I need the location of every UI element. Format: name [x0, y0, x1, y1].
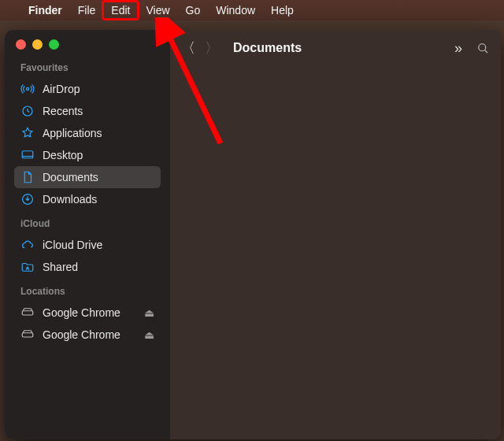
svg-point-7 — [479, 44, 486, 51]
section-favourites-label: Favourites — [20, 62, 162, 73]
disk-icon — [20, 328, 35, 342]
menubar-app-name[interactable]: Finder — [20, 2, 70, 19]
desktop-icon — [20, 148, 35, 162]
sidebar-item-label: Documents — [43, 171, 154, 183]
sidebar-item-label: iCloud Drive — [43, 239, 154, 251]
sidebar-item-recents[interactable]: Recents — [14, 100, 161, 122]
sidebar-item-disk[interactable]: Google Chrome ⏏ — [14, 302, 161, 324]
airdrop-icon — [20, 82, 35, 96]
section-locations-label: Locations — [20, 286, 162, 297]
sidebar-item-label: Shared — [43, 261, 154, 273]
search-icon[interactable] — [476, 41, 490, 55]
svg-rect-5 — [22, 311, 33, 315]
downloads-icon — [20, 192, 35, 206]
menu-go[interactable]: Go — [178, 2, 209, 19]
eject-icon[interactable]: ⏏ — [144, 306, 154, 319]
menubar: Finder File Edit View Go Window Help — [0, 0, 504, 20]
fullscreen-button[interactable] — [49, 39, 59, 50]
svg-point-0 — [26, 87, 28, 90]
cloud-icon — [20, 238, 35, 252]
forward-button[interactable]: 〉 — [205, 39, 217, 57]
sidebar-item-label: Desktop — [43, 149, 154, 161]
sidebar-item-label: Recents — [43, 105, 154, 117]
overflow-button[interactable]: » — [452, 40, 465, 57]
menu-window[interactable]: Window — [208, 2, 263, 19]
finder-window: Favourites AirDrop Recents Applications … — [5, 30, 501, 439]
sidebar: Favourites AirDrop Recents Applications … — [5, 30, 170, 439]
sidebar-item-documents[interactable]: Documents — [14, 166, 161, 188]
sidebar-item-disk[interactable]: Google Chrome ⏏ — [14, 324, 161, 346]
sidebar-item-desktop[interactable]: Desktop — [14, 144, 161, 166]
eject-icon[interactable]: ⏏ — [144, 328, 154, 341]
sidebar-item-label: Applications — [43, 127, 154, 139]
sidebar-item-shared[interactable]: Shared — [14, 256, 161, 278]
recents-icon — [20, 104, 35, 118]
sidebar-item-downloads[interactable]: Downloads — [14, 188, 161, 210]
menu-edit[interactable]: Edit — [103, 2, 138, 19]
shared-folder-icon — [20, 260, 35, 274]
menu-view[interactable]: View — [138, 2, 177, 19]
svg-rect-6 — [22, 333, 33, 337]
section-icloud-label: iCloud — [20, 218, 162, 229]
sidebar-item-icloud-drive[interactable]: iCloud Drive — [14, 234, 161, 256]
sidebar-item-airdrop[interactable]: AirDrop — [14, 78, 161, 100]
sidebar-item-applications[interactable]: Applications — [14, 122, 161, 144]
toolbar: 〈 〉 Documents » — [170, 30, 501, 66]
documents-icon — [20, 170, 35, 184]
content-area: 〈 〉 Documents » — [170, 30, 501, 439]
sidebar-item-label: Google Chrome — [43, 328, 136, 341]
menu-file[interactable]: File — [70, 2, 104, 19]
back-button[interactable]: 〈 — [181, 39, 194, 57]
disk-icon — [20, 306, 35, 320]
window-controls — [13, 39, 162, 50]
page-title: Documents — [233, 41, 302, 55]
sidebar-item-label: Downloads — [43, 193, 154, 206]
menu-help[interactable]: Help — [263, 2, 302, 19]
applications-icon — [20, 126, 35, 140]
close-button[interactable] — [16, 39, 26, 50]
svg-rect-2 — [22, 151, 33, 158]
minimize-button[interactable] — [32, 39, 43, 50]
sidebar-item-label: AirDrop — [43, 83, 154, 95]
sidebar-item-label: Google Chrome — [43, 306, 136, 319]
